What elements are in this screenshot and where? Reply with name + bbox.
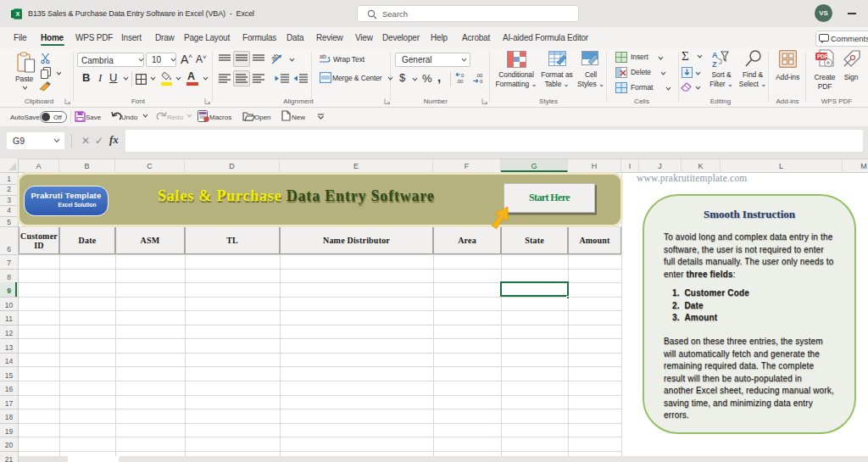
svg-text:PDF: PDF	[817, 53, 828, 59]
svg-text:A: A	[712, 51, 718, 59]
svg-text:.00: .00	[456, 79, 464, 84]
svg-text:ab: ab	[271, 53, 281, 63]
svg-text:Z: Z	[712, 60, 717, 69]
svg-text:0: 0	[480, 79, 483, 84]
svg-text:ab: ab	[320, 53, 326, 59]
svg-text:0: 0	[461, 73, 465, 78]
svg-text:X: X	[16, 10, 20, 18]
svg-text:.00: .00	[476, 73, 483, 78]
